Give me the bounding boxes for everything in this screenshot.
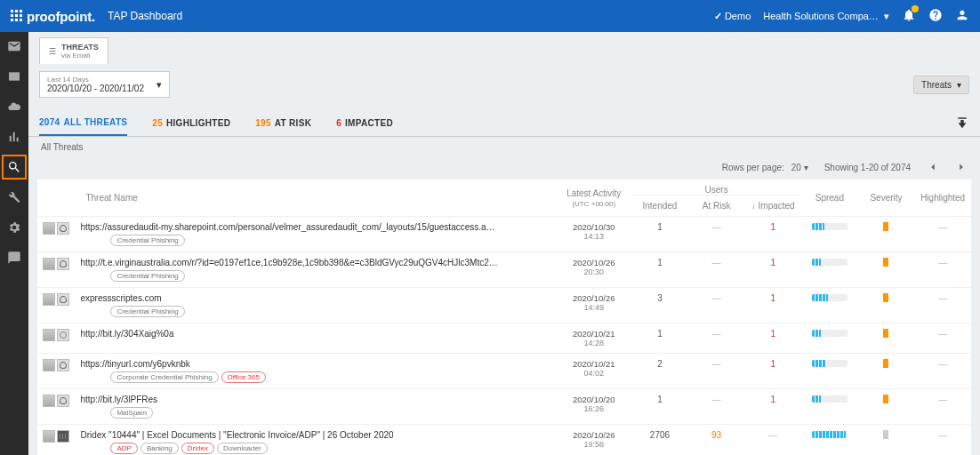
- mail-icon[interactable]: [7, 39, 21, 53]
- table-row[interactable]: http://bit.ly/3lPFRes MalSpam 2020/10/20…: [37, 389, 971, 425]
- tab-impacted[interactable]: 6IMPACTED: [336, 111, 393, 135]
- threat-date: 2020/10/20: [561, 395, 626, 404]
- tab-highlighted[interactable]: 25HIGHLIGHTED: [152, 111, 230, 135]
- threat-indicator-icon: [57, 258, 69, 270]
- wrench-icon[interactable]: [7, 190, 21, 204]
- impacted-count: 1: [770, 359, 775, 369]
- table-row[interactable]: Dridex "10444" | Excel Documents | "Elec…: [37, 425, 971, 456]
- user-icon[interactable]: [955, 8, 969, 24]
- threat-time: 14:49: [561, 303, 626, 312]
- filter-threats-button[interactable]: Threats▾: [913, 76, 969, 94]
- threat-tag: Credential Phishing: [110, 270, 184, 282]
- threat-name-link[interactable]: https://assuredaudit-my.sharepoint.com/p…: [80, 222, 498, 232]
- view-tabs: ☰ THREATS via Email: [28, 32, 980, 64]
- severity-cell: [858, 425, 915, 456]
- threat-name-link[interactable]: https://tinyurl.com/y6pvknbk: [80, 359, 189, 369]
- impacted-count: 1: [770, 293, 775, 303]
- tab-at-risk[interactable]: 195AT RISK: [255, 111, 311, 135]
- threat-time: 14:13: [561, 232, 626, 241]
- spread-bar: [812, 294, 847, 301]
- highlighted-cell: —: [914, 323, 971, 354]
- pagination: Rows per page:20 ▾ Showing 1-20 of 2074: [28, 157, 980, 179]
- breadcrumb: All Threats: [28, 137, 980, 157]
- col-severity[interactable]: Severity: [870, 193, 902, 203]
- col-threat-name[interactable]: Threat Name: [85, 193, 137, 203]
- spread-bar: [812, 223, 847, 230]
- brand-logo: proofpoint.: [27, 9, 95, 24]
- intended-count: 2: [657, 359, 663, 369]
- col-intended[interactable]: Intended: [643, 201, 678, 211]
- people-icon[interactable]: [7, 69, 21, 84]
- intended-count: 1: [657, 395, 663, 404]
- download-icon[interactable]: [955, 116, 969, 131]
- company-switcher[interactable]: Health Solutions Compa… ▾: [763, 11, 889, 22]
- demo-badge: ✓ Demo: [714, 11, 751, 22]
- threat-indicator-icon: [57, 395, 69, 407]
- threat-time: 04:02: [561, 369, 626, 378]
- col-highlighted[interactable]: Highlighted: [920, 193, 965, 203]
- spread-bar: [812, 431, 847, 438]
- gear-icon[interactable]: [7, 220, 21, 235]
- threat-date: 2020/10/26: [561, 293, 626, 303]
- threat-name-link[interactable]: Dridex "10444" | Excel Documents | "Elec…: [80, 430, 393, 440]
- prev-page-button[interactable]: [927, 161, 939, 173]
- cloud-icon[interactable]: [7, 100, 21, 114]
- table-row[interactable]: https://tinyurl.com/y6pvknbk Corporate C…: [37, 354, 971, 389]
- threat-time: 14:28: [561, 339, 626, 347]
- threat-date: 2020/10/21: [561, 329, 626, 339]
- date-range-picker[interactable]: Last 14 Days 2020/10/20 - 2020/11/02 ▾: [39, 71, 170, 98]
- impacted-count: 1: [770, 395, 775, 404]
- col-impacted[interactable]: ↓ Impacted: [751, 201, 795, 211]
- threat-indicator-icon: [57, 430, 69, 443]
- table-row[interactable]: expressscriptes.com Credential Phishing …: [37, 288, 971, 323]
- chart-icon[interactable]: [7, 130, 21, 144]
- threat-tag: Credential Phishing: [110, 235, 184, 246]
- bell-icon[interactable]: [902, 8, 916, 24]
- highlighted-cell: —: [914, 252, 971, 288]
- spread-bar: [812, 360, 847, 367]
- tab-threats[interactable]: ☰ THREATS via Email: [39, 37, 108, 64]
- threat-name-link[interactable]: expressscriptes.com: [80, 293, 161, 303]
- help-icon[interactable]: [928, 8, 943, 24]
- table-row[interactable]: http://bit.ly/304Xaig%0a 2020/10/2114:28…: [37, 323, 971, 354]
- threat-indicator-icon: [57, 293, 69, 306]
- next-page-button[interactable]: [955, 161, 968, 173]
- highlighted-cell: —: [914, 288, 971, 323]
- highlighted-cell: —: [914, 389, 971, 425]
- caret-down-icon: ▾: [157, 79, 162, 91]
- threats-table: Threat Name Latest Activity(UTC +00:00) …: [37, 179, 971, 455]
- threat-tag: Office 365: [221, 371, 266, 383]
- threat-type-icon: [43, 359, 55, 371]
- threat-name-link[interactable]: http://bit.ly/304Xaig%0a: [80, 329, 173, 339]
- threat-indicator-icon: [57, 222, 69, 235]
- impacted-count: 1: [770, 222, 775, 232]
- rows-per-page-select[interactable]: 20 ▾: [791, 163, 808, 172]
- col-latest[interactable]: Latest Activity: [566, 188, 621, 198]
- threat-name-link[interactable]: http://t.e.virginaustralia.com/r/?id=e01…: [80, 258, 498, 267]
- intended-count: 3: [657, 293, 663, 303]
- threat-time: 16:26: [561, 404, 626, 413]
- threat-time: 20:30: [561, 267, 626, 276]
- threat-time: 19:56: [561, 440, 626, 449]
- summary-tabs: 2074ALL THREATS 25HIGHLIGHTED 195AT RISK…: [28, 105, 980, 137]
- table-row[interactable]: http://t.e.virginaustralia.com/r/?id=e01…: [37, 252, 971, 288]
- severity-cell: [858, 323, 915, 354]
- threat-type-icon: [43, 258, 55, 270]
- threat-indicator-icon: [57, 329, 69, 341]
- app-header: proofpoint. TAP Dashboard ✓ Demo Health …: [0, 0, 980, 32]
- chat-icon[interactable]: [7, 251, 21, 265]
- threat-date: 2020/10/26: [561, 258, 626, 267]
- tab-all-threats[interactable]: 2074ALL THREATS: [39, 110, 127, 136]
- highlighted-cell: —: [914, 217, 971, 252]
- threat-type-icon: [43, 430, 55, 443]
- intended-count: 1: [657, 258, 663, 267]
- apps-icon[interactable]: [11, 10, 23, 22]
- threat-name-link[interactable]: http://bit.ly/3lPFRes: [80, 395, 157, 404]
- col-spread[interactable]: Spread: [815, 193, 844, 203]
- impacted-count: 1: [770, 258, 775, 267]
- spread-bar: [812, 330, 847, 337]
- search-icon[interactable]: [7, 160, 21, 174]
- table-row[interactable]: https://assuredaudit-my.sharepoint.com/p…: [37, 217, 971, 252]
- threat-type-icon: [43, 329, 55, 341]
- col-at-risk[interactable]: At Risk: [703, 201, 731, 211]
